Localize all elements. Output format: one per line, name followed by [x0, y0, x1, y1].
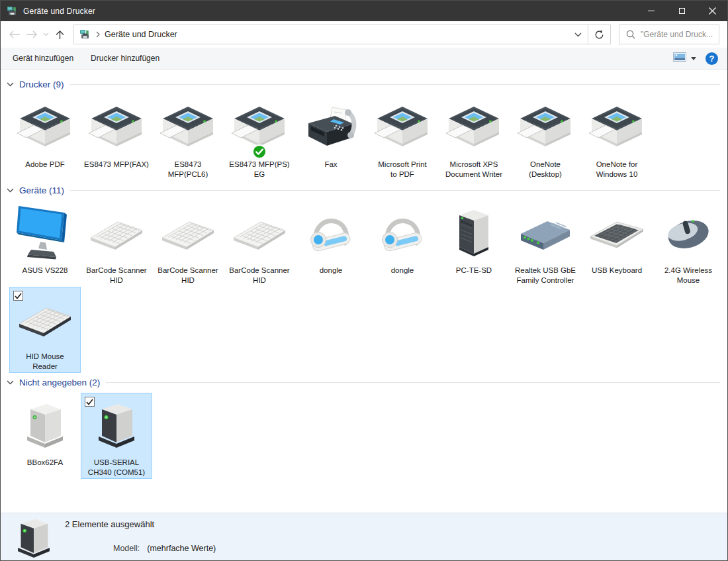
- keyboard-dark-icon: [582, 201, 652, 265]
- device-tile[interactable]: USB Keyboard: [581, 201, 653, 287]
- back-arrow-icon: [9, 30, 21, 38]
- device-label: BarCode Scanner HID: [224, 266, 295, 285]
- forward-button[interactable]: [23, 26, 40, 43]
- toolbar-right: ?: [673, 52, 727, 65]
- up-arrow-icon: [56, 30, 64, 40]
- breadcrumb[interactable]: Geräte und Drucker: [105, 30, 177, 39]
- device-label: OneNote for Windows 10: [582, 160, 652, 179]
- view-thumbnail-icon: [673, 52, 686, 64]
- device-tile[interactable]: Microsoft XPS Document Writer: [438, 95, 510, 181]
- device-tile[interactable]: OneNote for Windows 10: [581, 95, 653, 181]
- device-label: ES8473 MFP(PS) EG: [224, 160, 295, 179]
- up-button[interactable]: [51, 26, 68, 43]
- device-label: Fax: [296, 160, 366, 170]
- change-view-button[interactable]: [673, 52, 696, 64]
- location-icon: [79, 29, 90, 40]
- maximize-button[interactable]: [666, 1, 697, 21]
- minimize-icon: [648, 11, 655, 11]
- address-dropdown-button[interactable]: [568, 32, 588, 37]
- details-pane: 2 Elemente ausgewählt Modell: (mehrfache…: [1, 513, 727, 560]
- device-label: OneNote (Desktop): [510, 160, 580, 179]
- device-tile[interactable]: 2.4G Wireless Mouse: [653, 201, 724, 287]
- section-header: Nicht angegeben (2): [1, 376, 727, 389]
- checkbox[interactable]: [85, 397, 95, 407]
- device-label: USB-SERIAL CH340 (COM51): [81, 458, 152, 477]
- device-tile[interactable]: dongle: [367, 201, 438, 287]
- device-tile[interactable]: HID Mouse Reader: [9, 287, 81, 373]
- device-label: PC-TE-SD: [439, 266, 509, 276]
- device-box-icon: [10, 393, 80, 457]
- headset-icon: [367, 201, 437, 265]
- device-tile[interactable]: Realtek USB GbE Family Controller: [510, 201, 581, 287]
- search-icon: [626, 30, 635, 39]
- breadcrumb-chevron-icon[interactable]: [96, 31, 100, 38]
- device-tile[interactable]: Fax: [295, 95, 367, 181]
- device-tile[interactable]: Microsoft Print to PDF: [367, 95, 438, 181]
- device-label: ES8473 MFP(PCL6): [153, 160, 223, 179]
- device-tile[interactable]: ES8473 MFP(FAX): [81, 95, 152, 181]
- window-controls: [636, 1, 727, 21]
- device-tile[interactable]: USB-SERIAL CH340 (COM51): [81, 393, 152, 479]
- keyboard-light-icon: [153, 201, 223, 265]
- fax-icon: [296, 95, 366, 159]
- back-button[interactable]: [6, 26, 23, 43]
- window: Geräte und Drucker Geräte und Drucker: [0, 0, 728, 561]
- add-printer-button[interactable]: Drucker hinzufügen: [82, 48, 168, 69]
- recent-locations-dropdown[interactable]: [40, 26, 51, 43]
- device-tile[interactable]: ES8473 MFP(PCL6): [152, 95, 224, 181]
- printer-icon: [510, 95, 580, 159]
- chevron-down-icon[interactable]: [7, 82, 16, 87]
- refresh-button[interactable]: [588, 25, 611, 44]
- model-label: Modell:: [113, 544, 140, 553]
- device-tile[interactable]: ASUS VS228: [9, 201, 81, 287]
- device-tile[interactable]: ES8473 MFP(PS) EG: [224, 95, 295, 181]
- model-value: (mehrfache Werte): [147, 544, 216, 553]
- printer-icon: [153, 95, 223, 159]
- close-button[interactable]: [697, 1, 727, 21]
- section-title: Geräte (11): [19, 185, 64, 195]
- address-bar[interactable]: Geräte und Drucker: [73, 25, 588, 44]
- monitor-icon: [10, 201, 80, 265]
- section-rule: [70, 190, 720, 191]
- checkbox[interactable]: [13, 291, 23, 301]
- navigation-bar: Geräte und Drucker: [1, 21, 727, 48]
- device-label: Microsoft XPS Document Writer: [439, 160, 509, 179]
- chevron-down-icon[interactable]: [7, 380, 16, 385]
- close-icon: [709, 7, 716, 15]
- device-tile[interactable]: BarCode Scanner HID: [81, 201, 152, 287]
- device-tile[interactable]: BarCode Scanner HID: [152, 201, 224, 287]
- tile-grid: BBox62FAUSB-SERIAL CH340 (COM51): [1, 393, 727, 479]
- add-device-button[interactable]: Gerät hinzufügen: [4, 48, 82, 69]
- mouse-icon: [653, 201, 723, 265]
- section-title: Drucker (9): [19, 79, 64, 89]
- devices-and-printers-app-icon: [7, 6, 17, 17]
- headset-icon: [296, 201, 366, 265]
- forward-arrow-icon: [26, 30, 38, 38]
- toolbar: Gerät hinzufügen Drucker hinzufügen ?: [1, 48, 727, 70]
- printer-icon: [367, 95, 437, 159]
- keyboard-light-icon: [224, 201, 295, 265]
- keyboard-light-icon: [81, 201, 152, 265]
- search-box: [619, 25, 719, 44]
- device-label: Adobe PDF: [10, 160, 80, 170]
- titlebar: Geräte und Drucker: [1, 1, 727, 21]
- device-label: dongle: [296, 266, 366, 276]
- device-label: BarCode Scanner HID: [153, 266, 223, 285]
- help-button[interactable]: ?: [705, 52, 718, 65]
- dropdown-arrow-icon[interactable]: [691, 57, 696, 60]
- device-label: USB Keyboard: [582, 266, 652, 276]
- device-label: 2.4G Wireless Mouse: [653, 266, 723, 285]
- device-tile[interactable]: dongle: [295, 201, 367, 287]
- search-input[interactable]: [641, 30, 719, 39]
- chevron-down-icon[interactable]: [7, 188, 16, 193]
- device-tile[interactable]: BBox62FA: [9, 393, 81, 479]
- device-tile[interactable]: Adobe PDF: [9, 95, 81, 181]
- network-adapter-icon: [510, 201, 580, 265]
- selection-count: 2 Elemente ausgewählt: [65, 519, 154, 529]
- printer-icon: [439, 95, 509, 159]
- minimize-button[interactable]: [636, 1, 666, 21]
- model-row: Modell: (mehrfache Werte): [113, 544, 216, 553]
- device-tile[interactable]: PC-TE-SD: [438, 201, 510, 287]
- device-tile[interactable]: OneNote (Desktop): [510, 95, 581, 181]
- device-tile[interactable]: BarCode Scanner HID: [224, 201, 295, 287]
